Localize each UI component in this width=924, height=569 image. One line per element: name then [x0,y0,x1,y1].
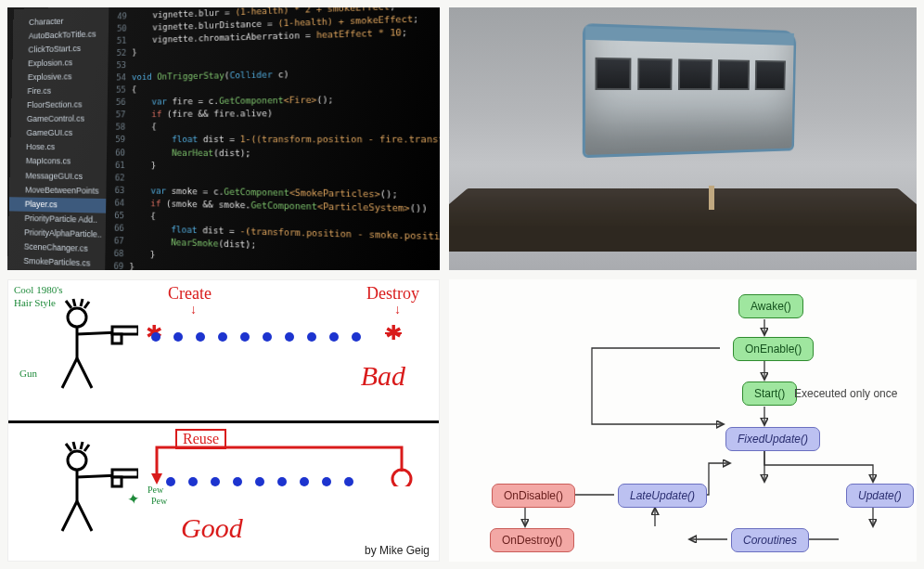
object-pooling-sketch: Cool 1980's Hair Style Gun Create ↓ Dest… [7,279,440,562]
good-label: Good [181,512,243,544]
create-arrow: ↓ [190,303,197,317]
svg-rect-5 [112,477,122,486]
terrain [449,188,917,252]
file-item: MessageGUI.cs [9,169,106,184]
line-numbers: 49 50 51 52 53 54 55 56 57 58 59 60 61 6… [105,10,133,270]
unity-lifecycle-flowchart: Awake() OnEnable() Start() Execeuted onl… [449,279,917,562]
file-item: MapIcons.cs [10,154,107,169]
flow-arrows [449,279,917,562]
note-start: Execeuted only once [794,387,897,400]
game-engine-screenshot [449,7,917,270]
file-item: GameControl.cs [11,112,108,127]
node-coroutines: Coroutines [731,528,809,552]
code-editor-screenshot: CharacterAutoBackToTitle.csClickToStart.… [7,7,440,270]
bad-label: Bad [361,360,405,392]
file-explorer: CharacterAutoBackToTitle.csClickToStart.… [7,7,109,270]
node-onenable: OnEnable() [733,337,814,361]
npc-legs [709,186,714,210]
node-fixedupdate: FixedUpdate() [725,427,820,451]
file-item: Hose.cs [10,140,107,155]
file-item: MoveBetweenPoints [9,183,107,199]
file-item: FloorSection.cs [11,97,108,112]
file-item: GameGUI.cs [10,126,107,140]
stick-figure-bottom [27,440,138,542]
svg-rect-2 [112,334,122,343]
pew-2: Pew [151,496,167,506]
create-label: Create [168,284,212,304]
stick-figure-top [27,297,138,399]
hair-label-1: Cool 1980's [14,284,62,295]
pew-1: Pew [148,485,163,495]
svg-point-3 [68,451,86,470]
byline: by Mike Geig [365,544,430,557]
svg-point-0 [68,308,86,327]
node-ondisable: OnDisable() [492,484,575,508]
source-code: vignette.blur = (1-health) * 2 + smokeEf… [129,7,440,270]
bullet-dots-top [151,332,361,342]
destroy-label: Destroy [366,284,419,304]
destroy-star: ✱ [385,321,402,345]
muzzle-star: ✦ [126,489,141,509]
svg-point-6 [392,470,411,486]
node-lateupdate: LateUpdate() [618,484,707,508]
tram-car-model [583,23,797,158]
file-item: Explosive.cs [12,70,109,85]
node-update: Update() [846,484,914,508]
node-start: Start() [742,381,797,406]
node-awake: Awake() [738,294,803,318]
bullet-dots-bottom [166,477,353,486]
node-ondestroy: OnDestroy() [490,528,574,552]
destroy-arrow: ↓ [394,303,401,317]
file-item: Fire.cs [12,84,109,99]
